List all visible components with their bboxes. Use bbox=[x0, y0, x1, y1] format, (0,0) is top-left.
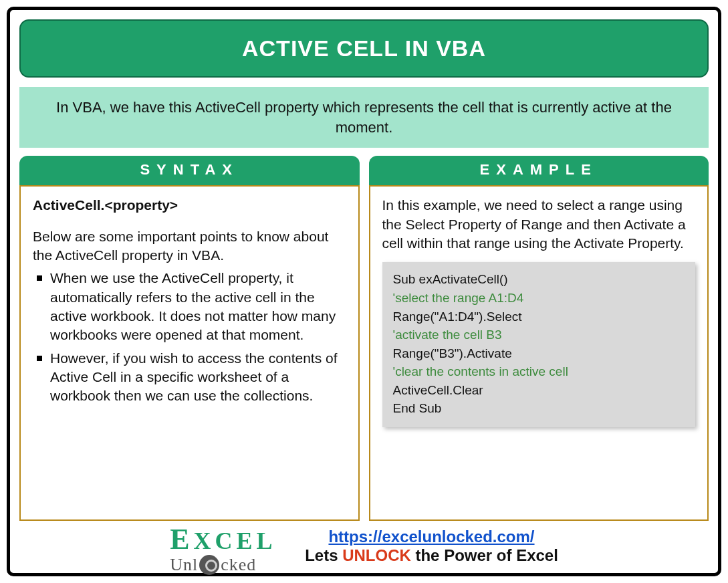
footer-text: https://excelunlocked.com/ Lets UNLOCK t… bbox=[305, 528, 558, 565]
tagline: Lets UNLOCK the Power of Excel bbox=[305, 546, 558, 565]
example-body: In this example, we need to select a ran… bbox=[369, 185, 709, 521]
code-line: Sub exActivateCell() bbox=[393, 270, 685, 289]
syntax-column: SYNTAX ActiveCell.<property> Below are s… bbox=[19, 156, 360, 521]
code-line: End Sub bbox=[393, 399, 685, 418]
infographic-frame: ACTIVE CELL IN VBA In VBA, we have this … bbox=[7, 7, 721, 576]
code-line: Range("A1:D4").Select bbox=[393, 308, 685, 326]
syntax-signature: ActiveCell.<property> bbox=[33, 197, 178, 213]
example-lead: In this example, we need to select a ran… bbox=[382, 196, 696, 253]
list-item: When we use the ActiveCell property, it … bbox=[33, 269, 346, 344]
site-link[interactable]: https://excelunlocked.com/ bbox=[328, 528, 534, 546]
code-block: Sub exActivateCell()'select the range A1… bbox=[382, 262, 696, 427]
page-title: ACTIVE CELL IN VBA bbox=[19, 19, 709, 78]
example-column: EXAMPLE In this example, we need to sele… bbox=[369, 156, 709, 521]
keyhole-icon bbox=[199, 555, 219, 575]
two-column-layout: SYNTAX ActiveCell.<property> Below are s… bbox=[19, 156, 709, 521]
brand-logo: EXCEL Unlcked bbox=[170, 525, 290, 568]
code-line: 'clear the contents in active cell bbox=[393, 362, 685, 381]
footer: EXCEL Unlcked https://excelunlocked.com/… bbox=[19, 521, 709, 568]
syntax-header: SYNTAX bbox=[19, 156, 360, 185]
intro-text: In VBA, we have this ActiveCell property… bbox=[19, 87, 709, 148]
code-line: 'activate the cell B3 bbox=[393, 326, 685, 344]
code-line: 'select the range A1:D4 bbox=[393, 289, 685, 308]
syntax-body: ActiveCell.<property> Below are some imp… bbox=[19, 185, 360, 521]
code-line: Range("B3").Activate bbox=[393, 344, 685, 363]
list-item: However, if you wish to access the conte… bbox=[33, 349, 346, 406]
logo-bottom-word: Unlcked bbox=[170, 550, 290, 575]
syntax-lead: Below are some important points to know … bbox=[33, 227, 346, 265]
syntax-bullets: When we use the ActiveCell property, it … bbox=[33, 269, 346, 405]
example-header: EXAMPLE bbox=[369, 156, 709, 185]
code-line: ActiveCell.Clear bbox=[393, 381, 685, 400]
